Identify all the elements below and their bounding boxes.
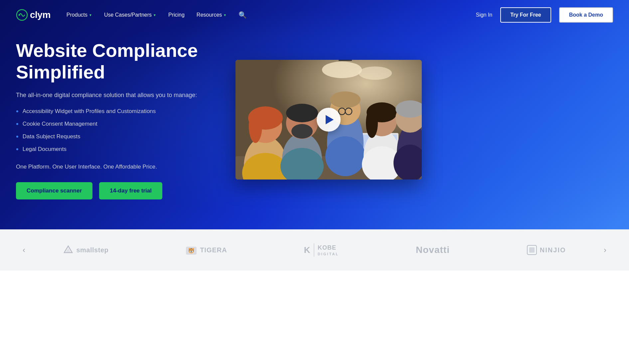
ninjio-logo: NINJIO [527,245,566,255]
chevron-down-icon: ▼ [153,13,156,17]
smallstep-logo-icon [63,245,74,255]
logo-text: clym [30,10,51,20]
hero-section: Website Compliance Simplified The all-in… [0,0,629,229]
divider [314,243,314,257]
svg-point-21 [330,91,361,108]
svg-point-12 [249,110,262,143]
novatti-logo: Novatti [416,245,450,255]
clym-logo-icon [16,9,28,21]
nav-resources[interactable]: Resources ▼ [197,12,227,18]
nav-right: Sign In Try For Free Book a Demo [476,7,613,23]
logos-next-button[interactable]: › [601,243,609,257]
logos-prev-button[interactable]: ‹ [20,243,28,257]
video-thumbnail [236,60,422,180]
sign-in-link[interactable]: Sign In [476,12,492,18]
list-item: Legal Documents [16,143,216,156]
hero-tagline: One Platform. One User Interface. One Af… [16,164,216,170]
logos-section: ‹ smallstep 🐯 TIGERA K KOBE DIGITAL [0,229,629,271]
chevron-down-icon: ▼ [223,13,227,17]
svg-point-5 [359,66,392,80]
smallstep-logo: smallstep [63,245,108,255]
logo-link[interactable]: clym [16,9,51,21]
hero-content: Website Compliance Simplified The all-in… [16,40,216,199]
hero-title: Website Compliance Simplified [16,40,216,83]
tigera-logo-icon: 🐯 [185,244,197,256]
svg-point-29 [366,108,378,138]
partner-logos-row: smallstep 🐯 TIGERA K KOBE DIGITAL Novatt… [28,243,601,257]
hero-buttons: Compliance scanner 14-day free trial [16,182,216,199]
ninjio-logo-icon [527,245,537,255]
navbar: clym Products ▼ Use Cases/Partners ▼ Pri… [0,0,629,30]
tigera-logo: 🐯 TIGERA [185,244,227,256]
nav-use-cases[interactable]: Use Cases/Partners ▼ [104,12,156,18]
nav-products[interactable]: Products ▼ [67,12,92,18]
play-icon [326,115,334,124]
svg-point-16 [286,104,318,122]
hero-subtitle: The all-in-one digital compliance soluti… [16,91,216,100]
nav-pricing[interactable]: Pricing [168,12,185,18]
search-button[interactable]: 🔍 [238,11,247,19]
svg-rect-40 [529,247,535,253]
list-item: Accessibility Widget with Profiles and C… [16,105,216,118]
compliance-scanner-button[interactable]: Compliance scanner [16,182,92,199]
svg-point-17 [291,124,313,139]
free-trial-button[interactable]: 14-day free trial [99,182,162,199]
hero-bullet-list: Accessibility Widget with Profiles and C… [16,105,216,156]
svg-point-4 [322,61,362,78]
svg-rect-22 [339,60,352,61]
book-demo-button[interactable]: Book a Demo [559,7,613,23]
list-item: Data Subject Requests [16,130,216,143]
svg-point-25 [325,136,365,176]
chevron-down-icon: ▼ [89,13,92,17]
svg-point-1 [19,14,20,16]
nav-links: Products ▼ Use Cases/Partners ▼ Pricing … [67,11,476,19]
svg-text:🐯: 🐯 [188,248,195,254]
try-for-free-button[interactable]: Try For Free [500,7,551,23]
list-item: Cookie Consent Management [16,118,216,130]
play-button[interactable] [317,108,341,132]
hero-video [236,60,422,180]
kobe-digital-logo: K KOBE DIGITAL [304,243,339,257]
